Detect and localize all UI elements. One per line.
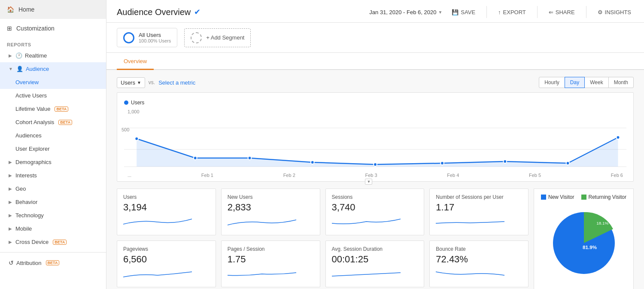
- sidebar-item-cohort-analysis[interactable]: Cohort Analysis BETA: [0, 116, 106, 129]
- x-label-feb2: Feb 2: [283, 173, 295, 178]
- sidebar-overview-label: Overview: [15, 79, 39, 85]
- sidebar-item-active-users[interactable]: Active Users: [0, 89, 106, 102]
- sidebar-audience-label: Audience: [26, 66, 49, 72]
- users-legend-dot: [124, 100, 128, 105]
- sidebar-item-audiences[interactable]: Audiences: [0, 129, 106, 142]
- x-label-feb5: Feb 5: [529, 173, 541, 178]
- metric-dropdown[interactable]: Users ▼: [117, 77, 145, 88]
- svg-text:81.9%: 81.9%: [582, 244, 597, 250]
- share-button[interactable]: ⇐ SHARE: [546, 7, 577, 17]
- chevron-right-icon-interests: ▶: [9, 173, 12, 178]
- svg-point-8: [440, 161, 444, 165]
- stat-pageviews-value: 6,560: [123, 254, 210, 265]
- insights-icon: ⚙: [598, 9, 603, 15]
- users-sparkline: [123, 216, 192, 228]
- export-button[interactable]: ↑ EXPORT: [495, 7, 529, 17]
- save-icon: 💾: [452, 9, 459, 15]
- chart-area: Users 1,000: [117, 92, 634, 182]
- sidebar-item-overview[interactable]: Overview: [0, 76, 106, 89]
- sidebar-item-demographics[interactable]: ▶ Demographics: [0, 155, 106, 169]
- stat-pages-session: Pages / Session 1.75: [221, 240, 320, 287]
- sidebar-interests-label: Interests: [15, 172, 37, 179]
- sidebar-item-attribution[interactable]: ↺ Attribution BETA: [0, 256, 106, 270]
- stat-bounce-rate-label: Bounce Rate: [436, 246, 522, 252]
- date-range-picker[interactable]: Jan 31, 2020 - Feb 6, 2020 ▼: [369, 9, 442, 15]
- period-btn-week[interactable]: Week: [584, 77, 608, 88]
- cross-device-beta-badge: BETA: [53, 240, 67, 245]
- stats-row-2: Pageviews 6,560 Pages / Session 1.75: [117, 240, 529, 287]
- stats-row-1: Users 3,194 New Users 2,833: [117, 189, 529, 235]
- customization-icon: ⊞: [7, 25, 12, 32]
- stat-pageviews: Pageviews 6,560: [117, 240, 216, 287]
- y-axis-mid-label: 500: [122, 127, 129, 132]
- stat-bounce-rate: Bounce Rate 72.43%: [429, 240, 529, 287]
- sidebar-item-home[interactable]: 🏠 Home: [0, 0, 106, 19]
- chevron-right-icon-cross-device: ▶: [9, 240, 12, 244]
- sidebar-item-cross-device[interactable]: ▶ Cross Device BETA: [0, 235, 106, 249]
- sidebar-audiences-label: Audiences: [15, 132, 42, 139]
- insights-button[interactable]: ⚙ INSIGHTS: [595, 7, 634, 17]
- bounce-rate-sparkline: [436, 268, 504, 280]
- date-range-chevron: ▼: [438, 10, 442, 15]
- topbar-divider3: [586, 6, 586, 18]
- sidebar-mobile-label: Mobile: [15, 225, 32, 232]
- sidebar-item-realtime[interactable]: ▶ 🕐 Realtime: [0, 49, 106, 62]
- x-axis-labels: ... Feb 1 Feb 2 Feb 3 ▼ Feb 4 Feb 5 Feb …: [124, 171, 626, 181]
- sidebar-item-mobile[interactable]: ▶ Mobile: [0, 222, 106, 235]
- chevron-right-icon-demographics: ▶: [9, 160, 12, 164]
- tab-overview[interactable]: Overview: [117, 53, 154, 70]
- share-icon: ⇐: [549, 9, 553, 15]
- topbar-divider2: [537, 6, 538, 18]
- lifetime-value-beta-badge: BETA: [55, 106, 68, 112]
- period-btn-hourly[interactable]: Hourly: [539, 77, 565, 88]
- verified-icon: ✔: [194, 7, 200, 17]
- person-icon: 👤: [16, 66, 23, 72]
- period-buttons: Hourly Day Week Month: [539, 77, 634, 88]
- svg-point-3: [135, 137, 138, 140]
- clock-icon: 🕐: [15, 52, 22, 59]
- metric-selector: Users ▼ vs. Select a metric: [117, 77, 195, 88]
- sessions-per-user-sparkline: [436, 216, 504, 228]
- period-btn-day[interactable]: Day: [565, 77, 585, 88]
- stat-sessions-per-user-value: 1.17: [436, 202, 522, 213]
- stat-pageviews-label: Pageviews: [123, 246, 210, 252]
- svg-point-6: [311, 161, 314, 164]
- sidebar-item-audience[interactable]: ▼ 👤 Audience: [0, 62, 106, 76]
- add-segment-label: + Add Segment: [206, 34, 244, 41]
- stat-users: Users 3,194: [117, 189, 216, 235]
- sidebar-user-explorer-label: User Explorer: [15, 146, 49, 152]
- sidebar-item-lifetime-value[interactable]: Lifetime Value BETA: [0, 102, 106, 116]
- segment-all-users[interactable]: All Users 100.00% Users: [117, 28, 177, 47]
- reports-section-label: REPORTS: [0, 38, 106, 49]
- segment-sub: 100.00% Users: [139, 38, 171, 43]
- chevron-right-icon-technology: ▶: [9, 213, 12, 218]
- chevron-right-icon: ▶: [9, 53, 12, 58]
- save-button[interactable]: 💾 SAVE: [449, 7, 478, 17]
- chevron-down-icon: ▼: [9, 67, 13, 71]
- stat-avg-session-value: 00:01:25: [332, 254, 418, 265]
- new-visitor-color-box: [541, 195, 546, 200]
- add-segment-button[interactable]: + Add Segment: [184, 28, 251, 47]
- stat-avg-session-duration: Avg. Session Duration 00:01:25: [325, 240, 425, 287]
- chevron-right-icon-behavior: ▶: [9, 200, 12, 204]
- sidebar-lifetime-value-label: Lifetime Value: [15, 106, 50, 112]
- period-btn-month[interactable]: Month: [608, 77, 634, 88]
- select-metric-link[interactable]: Select a metric: [158, 79, 195, 86]
- sidebar-item-technology[interactable]: ▶ Technology: [0, 209, 106, 222]
- sidebar-realtime-label: Realtime: [25, 52, 47, 59]
- sidebar-item-user-explorer[interactable]: User Explorer: [0, 142, 106, 155]
- controls-row: Users ▼ vs. Select a metric Hourly Day W…: [117, 77, 634, 88]
- svg-point-9: [503, 160, 507, 163]
- sidebar-item-customization[interactable]: ⊞ Customization: [0, 19, 106, 38]
- sidebar-item-behavior[interactable]: ▶ Behavior: [0, 195, 106, 209]
- sidebar-item-interests[interactable]: ▶ Interests: [0, 169, 106, 182]
- svg-point-7: [374, 163, 377, 166]
- sidebar-demographics-label: Demographics: [15, 159, 52, 165]
- svg-text:18.1%: 18.1%: [596, 221, 608, 225]
- attribution-icon: ↺: [9, 259, 14, 266]
- home-icon: 🏠: [7, 6, 14, 13]
- stat-sessions-value: 3,740: [332, 202, 418, 213]
- sidebar-item-geo[interactable]: ▶ Geo: [0, 182, 106, 195]
- sessions-sparkline: [332, 216, 401, 228]
- bottom-row: Users 3,194 New Users 2,833: [117, 189, 634, 289]
